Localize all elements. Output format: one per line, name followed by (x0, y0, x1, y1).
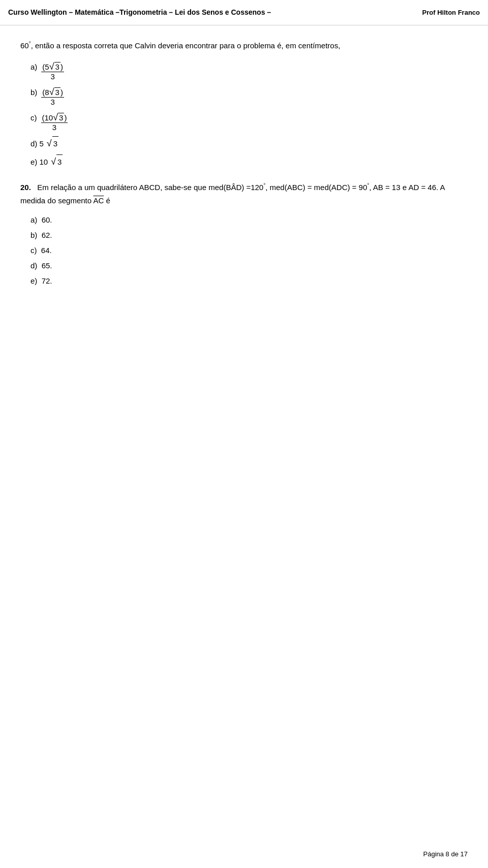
list-item: a) (5√3) 3 (30, 60, 468, 81)
list-item: d) 5 √3 (30, 136, 468, 150)
problem-20-text: 20. Em relação a um quadrilátero ABCD, s… (20, 181, 468, 207)
main-content: 60°, então a resposta correta que Calvin… (0, 25, 488, 311)
header-author: Prof Hilton Franco (422, 9, 480, 16)
problem-20: 20. Em relação a um quadrilátero ABCD, s… (20, 181, 468, 287)
list-item: b) (8√3) 3 (30, 85, 468, 107)
list-item: c) 64. (30, 244, 468, 257)
answers-list: a) 60. b) 62. c) 64. d) 65. e) 72. (30, 214, 468, 287)
list-item: c) (10√3) 3 (30, 111, 468, 132)
list-item: b) 62. (30, 229, 468, 241)
list-item: e) 72. (30, 275, 468, 287)
list-item: e) 10 √3 (30, 154, 468, 169)
list-item: a) 60. (30, 214, 468, 226)
options-list: a) (5√3) 3 b) (8√3) 3 c) (10√3) 3 d) 5 (30, 60, 468, 169)
page-footer: Página 8 de 17 (423, 850, 468, 858)
page-header: Curso Wellington – Matemática –Trigonome… (0, 0, 488, 25)
list-item: d) 65. (30, 260, 468, 272)
header-title: Curso Wellington – Matemática –Trigonome… (8, 8, 271, 18)
intro-text: 60°, então a resposta correta que Calvin… (20, 40, 468, 52)
